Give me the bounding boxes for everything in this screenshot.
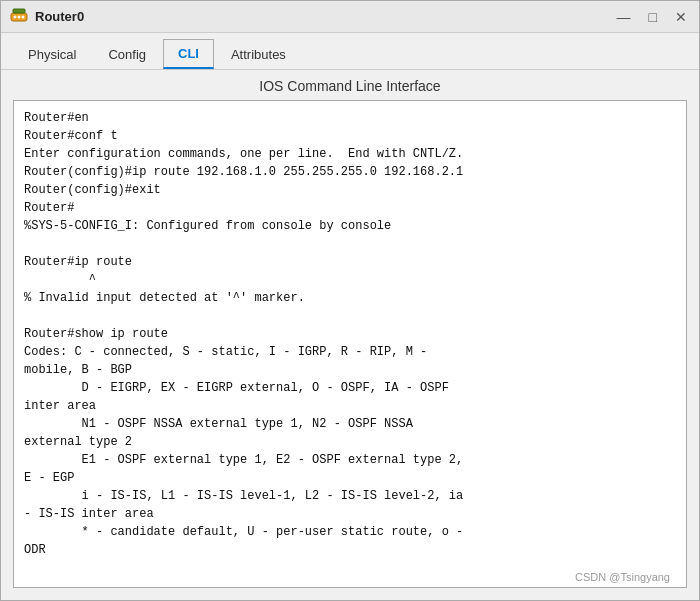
title-bar-left: Router0 (9, 7, 84, 27)
router-icon (9, 7, 29, 27)
section-title: IOS Command Line Interface (1, 70, 699, 100)
window-title: Router0 (35, 9, 84, 24)
tab-attributes[interactable]: Attributes (216, 40, 301, 69)
tab-cli[interactable]: CLI (163, 39, 214, 69)
maximize-button[interactable]: □ (645, 10, 661, 24)
cli-container: Router#en Router#conf t Enter configurat… (13, 100, 687, 588)
cli-output[interactable]: Router#en Router#conf t Enter configurat… (14, 101, 686, 587)
tab-config[interactable]: Config (93, 40, 161, 69)
tab-physical[interactable]: Physical (13, 40, 91, 69)
svg-point-3 (22, 15, 25, 18)
router-window: Router0 — □ ✕ Physical Config CLI Attrib… (0, 0, 700, 601)
tabs-bar: Physical Config CLI Attributes (1, 33, 699, 70)
title-bar: Router0 — □ ✕ (1, 1, 699, 33)
svg-point-1 (14, 15, 17, 18)
close-button[interactable]: ✕ (671, 10, 691, 24)
minimize-button[interactable]: — (613, 10, 635, 24)
svg-rect-4 (13, 9, 25, 13)
title-bar-controls: — □ ✕ (613, 10, 691, 24)
svg-point-2 (18, 15, 21, 18)
